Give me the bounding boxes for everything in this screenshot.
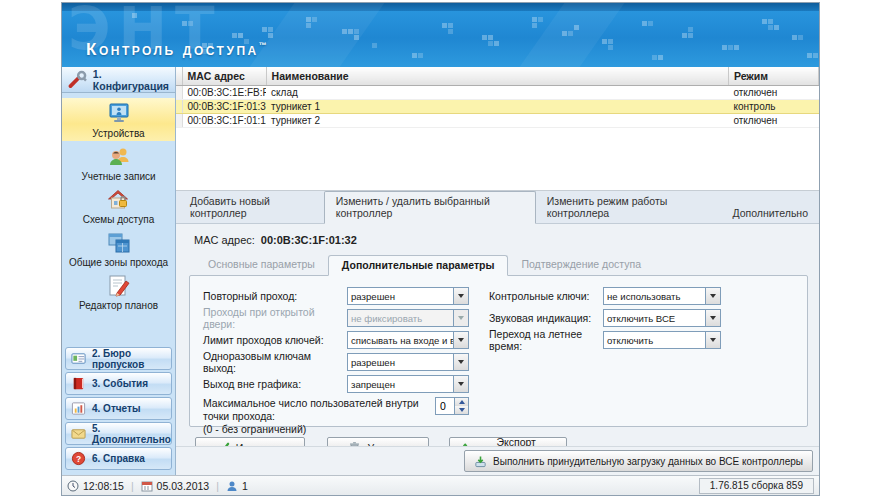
access-schemes-icon xyxy=(106,187,132,213)
version-label: 1.76.815 сборка 859 xyxy=(699,478,814,494)
spinner-down-icon[interactable] xyxy=(455,406,468,414)
sidebar-sections: 2. Бюро пропусков 3. События 4. Отчеты 5… xyxy=(62,343,175,475)
sidebar-section-extra[interactable]: 5. Дополнительно xyxy=(65,422,172,445)
tab-edit-delete-controller[interactable]: Изменить / удалить выбранный контроллер xyxy=(324,191,536,224)
status-time: 12:08:15 xyxy=(67,480,124,492)
help-icon: ? xyxy=(71,451,86,466)
header-streak xyxy=(250,3,385,67)
tab-extra[interactable]: Дополнительно xyxy=(721,204,819,223)
cell-mode[interactable]: контроль xyxy=(728,99,818,113)
sidebar-section-pass-bureau[interactable]: 2. Бюро пропусков xyxy=(65,347,172,370)
sidebar-section-label: 1. Конфигурация xyxy=(93,68,169,92)
form-row-key-limit: Лимит проходов ключей: списывать на вход… xyxy=(203,331,469,349)
accounts-icon xyxy=(106,144,132,170)
field-label: Переход на летнее время: xyxy=(489,328,603,352)
column-header-mac[interactable]: MAC адрес xyxy=(182,67,266,85)
subtab-basic-params[interactable]: Основные параметры xyxy=(195,255,328,275)
select-value: не использовать xyxy=(604,291,705,302)
sidebar-item-label: Общие зоны прохода xyxy=(69,257,168,268)
cell-mode[interactable]: отключен xyxy=(728,113,818,127)
download-icon xyxy=(474,455,487,468)
sidebar-item-label: Учетные записи xyxy=(81,171,155,182)
subtab-extra-params[interactable]: Дополнительные параметры xyxy=(328,255,509,276)
cell-name[interactable]: турникет 1 xyxy=(266,99,728,113)
table-row-selected[interactable]: 00:0B:3C:1F:01:32 турникет 1 контроль xyxy=(176,99,819,113)
field-label: Максимальное число пользователей внутри … xyxy=(203,397,431,436)
daylight-saving-select[interactable]: отключить xyxy=(603,331,721,349)
time-value: 12:08:15 xyxy=(83,480,124,492)
force-load-all-button[interactable]: Выполнить принудительную загрузку данных… xyxy=(464,450,813,472)
events-book-icon xyxy=(71,376,86,391)
cell-mac[interactable]: 00:0B:3C:1F:01:32 xyxy=(182,99,266,113)
cell-mac[interactable]: 00:0B:3C:1F:01:1A xyxy=(182,113,266,127)
pass-card-icon xyxy=(71,351,86,366)
chevron-down-icon xyxy=(453,288,468,304)
sidebar-section-events[interactable]: 3. События xyxy=(65,372,172,395)
footer-bar: Выполнить принудительную загрузку данных… xyxy=(176,446,819,475)
control-keys-select[interactable]: не использовать xyxy=(603,287,721,305)
subtab-access-confirmation[interactable]: Подтверждение доступа xyxy=(508,255,654,275)
select-value: запрещен xyxy=(348,379,453,390)
form-row-daylight-saving: Переход на летнее время: отключить xyxy=(489,331,721,349)
sidebar-item-label: Устройства xyxy=(92,128,144,139)
form-row-control-keys: Контрольные ключи: не использовать xyxy=(489,287,721,305)
controller-tabs: Добавить новый контроллер Изменить / уда… xyxy=(176,191,819,224)
sidebar: 1. Конфигурация Устройства Учетные запис… xyxy=(62,67,176,475)
chevron-down-icon xyxy=(453,310,468,326)
app-window: ЭНТ Контроль доступа™ 1. Конфигурация Ус… xyxy=(61,2,820,496)
select-value: отключить ВСЕ xyxy=(604,313,705,324)
select-value: не фиксировать xyxy=(348,313,453,324)
spinner-up-icon[interactable] xyxy=(455,398,468,406)
field-label: Звуковая индикация: xyxy=(489,312,603,324)
sidebar-section-help[interactable]: ? 6. Справка xyxy=(65,447,172,470)
sidebar-item-access-schemes[interactable]: Схемы доступа xyxy=(62,184,175,227)
repeat-pass-select[interactable]: разрешен xyxy=(347,287,469,305)
column-header-mode[interactable]: Режим xyxy=(728,67,818,85)
main-area: MAC адрес Наименование Режим 00:0B:3C:1E… xyxy=(176,67,819,475)
pass-zones-icon xyxy=(106,230,132,256)
cell-mode[interactable]: отключен xyxy=(728,85,818,99)
table-row[interactable]: 00:0B:3C:1E:FB:F8 склад отключен xyxy=(176,85,819,99)
form-row-open-door-pass: Проходы при открытой двери: не фиксирова… xyxy=(203,309,469,327)
tab-change-mode[interactable]: Изменить режим работы контроллера xyxy=(536,192,722,223)
sidebar-item-devices[interactable]: Устройства xyxy=(62,98,175,141)
sidebar-item-accounts[interactable]: Учетные записи xyxy=(62,141,175,184)
column-header-name[interactable]: Наименование xyxy=(266,67,728,85)
select-value: разрешен xyxy=(348,291,453,302)
sidebar-section-reports[interactable]: 4. Отчеты xyxy=(65,397,172,420)
sidebar-section-configuration[interactable]: 1. Конфигурация xyxy=(62,67,175,93)
cell-name[interactable]: склад xyxy=(266,85,728,99)
spinner-value: 0 xyxy=(436,398,454,414)
field-label: Одноразовым ключам выход: xyxy=(203,350,347,374)
cell-mac[interactable]: 00:0B:3C:1E:FB:F8 xyxy=(182,85,266,99)
form-row-one-time-exit: Одноразовым ключам выход: разрешен xyxy=(203,353,469,371)
tab-add-controller[interactable]: Добавить новый контроллер xyxy=(179,192,324,223)
max-users-spinner[interactable]: 0 xyxy=(435,397,469,415)
open-door-pass-select: не фиксировать xyxy=(347,309,469,327)
mac-label: MAC адрес: xyxy=(194,234,255,246)
app-title: Контроль доступа™ xyxy=(86,40,267,60)
max-users-label: Максимальное число пользователей внутри … xyxy=(203,397,419,422)
field-label: Выход вне графика: xyxy=(203,378,347,390)
field-label: Лимит проходов ключей: xyxy=(203,334,347,346)
form-row-off-schedule-exit: Выход вне графика: запрещен xyxy=(203,375,469,393)
cell-name[interactable]: турникет 2 xyxy=(266,113,728,127)
app-title-text: Контроль доступа xyxy=(86,40,259,59)
form-row-repeat-pass: Повторный проход: разрешен xyxy=(203,287,469,305)
date-value: 05.03.2013 xyxy=(157,480,210,492)
parameter-subtabs: Основные параметры Дополнительные параме… xyxy=(195,255,808,275)
sidebar-item-pass-zones[interactable]: Общие зоны прохода xyxy=(62,227,175,270)
table-row[interactable]: 00:0B:3C:1F:01:1A турникет 2 отключен xyxy=(176,113,819,127)
one-time-exit-select[interactable]: разрешен xyxy=(347,353,469,371)
status-separator: | xyxy=(131,480,134,492)
sidebar-item-plan-editor[interactable]: Редактор планов xyxy=(62,270,175,313)
off-schedule-exit-select[interactable]: запрещен xyxy=(347,375,469,393)
sidebar-section-label: 2. Бюро пропусков xyxy=(92,348,166,370)
pixel-mosaic-decoration xyxy=(132,13,137,18)
select-value: разрешен xyxy=(348,357,453,368)
force-load-button-label: Выполнить принудительную загрузку данных… xyxy=(493,456,803,467)
app-header: ЭНТ Контроль доступа™ xyxy=(62,3,819,67)
status-date: 05.03.2013 xyxy=(141,480,210,492)
sound-indication-select[interactable]: отключить ВСЕ xyxy=(603,309,721,327)
key-limit-select[interactable]: списывать на входе и выходе xyxy=(347,331,469,349)
